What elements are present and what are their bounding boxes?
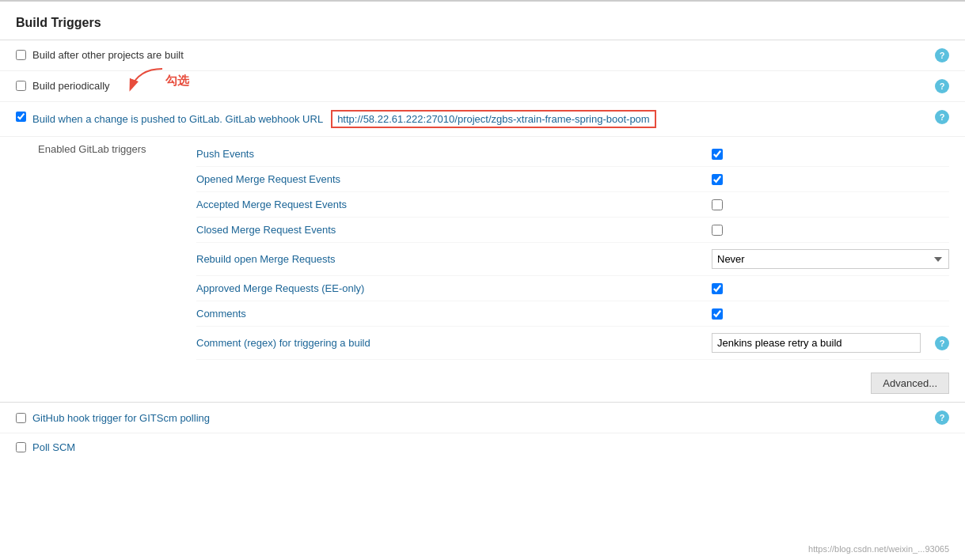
trigger-item-label-opened-mr: Opened Merge Request Events <box>196 173 712 185</box>
trigger-label-1: Build after other projects are built <box>32 48 927 62</box>
trigger-item-label-comment-regex: Comment (regex) for triggering a build <box>196 337 712 349</box>
poll-scm-label: Poll SCM <box>32 441 75 453</box>
trigger-item-label-closed-mr: Closed Merge Request Events <box>196 224 712 236</box>
trigger-item-comments: Comments <box>196 301 949 327</box>
trigger-item-label-approved: Approved Merge Requests (EE-only) <box>196 282 712 294</box>
trigger-checkbox-3[interactable] <box>16 112 26 122</box>
trigger-item-label-comments: Comments <box>196 308 712 320</box>
github-trigger-checkbox[interactable] <box>16 413 26 423</box>
help-icon-1[interactable]: ? <box>935 48 949 62</box>
trigger-item-approved: Approved Merge Requests (EE-only) <box>196 276 949 301</box>
help-icon-2[interactable]: ? <box>935 79 949 93</box>
help-icon-3[interactable]: ? <box>935 110 949 124</box>
comment-regex-input[interactable] <box>712 333 921 353</box>
trigger-item-accepted-mr: Accepted Merge Request Events <box>196 192 949 218</box>
closed-mr-checkbox[interactable] <box>712 225 723 236</box>
approved-mr-checkbox[interactable] <box>712 283 723 294</box>
trigger-item-rebuild: Rebuild open Merge Requests Never On pus… <box>196 243 949 276</box>
trigger-control-accepted-mr <box>712 199 949 210</box>
enabled-gitlab-section: Enabled GitLab triggers Push Events Open… <box>0 137 965 365</box>
push-events-checkbox[interactable] <box>712 149 723 160</box>
rebuild-select[interactable]: Never On push to source branch On push t… <box>712 249 949 269</box>
trigger-row-2: Build periodically 勾选 ? <box>0 71 965 102</box>
trigger-checkbox-2[interactable] <box>16 81 26 91</box>
trigger-item-closed-mr: Closed Merge Request Events <box>196 218 949 243</box>
triggers-grid: Push Events Opened Merge Request Events … <box>196 142 949 360</box>
advanced-button[interactable]: Advanced... <box>871 373 949 394</box>
trigger-checkbox-1[interactable] <box>16 50 26 60</box>
comments-checkbox[interactable] <box>712 308 723 320</box>
github-trigger-label: GitHub hook trigger for GITScm polling <box>32 412 210 424</box>
trigger-item-comment-regex: Comment (regex) for triggering a build ? <box>196 327 949 360</box>
trigger-item-label-accepted-mr: Accepted Merge Request Events <box>196 199 712 210</box>
poll-scm-checkbox[interactable] <box>16 442 26 452</box>
trigger-control-opened-mr <box>712 174 949 185</box>
advanced-button-row: Advanced... <box>0 365 965 402</box>
annotation: 勾选 <box>123 65 189 96</box>
trigger-item-label-push: Push Events <box>196 148 712 160</box>
webhook-url: http://58.22.61.222:27010/project/zgbs-x… <box>331 110 656 128</box>
trigger-control-push <box>712 149 949 160</box>
trigger-control-comment-regex: ? <box>712 333 949 353</box>
trigger-item-push: Push Events <box>196 142 949 167</box>
section-title: Build Triggers <box>0 2 965 40</box>
trigger-control-closed-mr <box>712 225 949 236</box>
enabled-gitlab-label: Enabled GitLab triggers <box>38 142 196 360</box>
trigger-item-opened-mr: Opened Merge Request Events <box>196 167 949 192</box>
github-trigger-row: GitHub hook trigger for GITScm polling ? <box>0 402 965 433</box>
trigger-control-comments <box>712 308 949 320</box>
opened-mr-checkbox[interactable] <box>712 174 723 185</box>
watermark: https://blog.csdn.net/weixin_...93065 <box>808 544 949 554</box>
annotation-text: 勾选 <box>165 74 189 89</box>
accepted-mr-checkbox[interactable] <box>712 199 723 210</box>
gitlab-trigger-label: Build when a change is pushed to GitLab.… <box>32 113 323 125</box>
poll-scm-row: Poll SCM <box>0 433 965 461</box>
gitlab-trigger-row: Build when a change is pushed to GitLab.… <box>0 102 965 137</box>
help-icon-comment[interactable]: ? <box>935 336 949 350</box>
trigger-item-label-rebuild: Rebuild open Merge Requests <box>196 253 712 265</box>
help-icon-github[interactable]: ? <box>935 411 949 425</box>
arrow-icon <box>123 65 170 96</box>
trigger-control-rebuild: Never On push to source branch On push t… <box>712 249 949 269</box>
trigger-control-approved <box>712 283 949 294</box>
